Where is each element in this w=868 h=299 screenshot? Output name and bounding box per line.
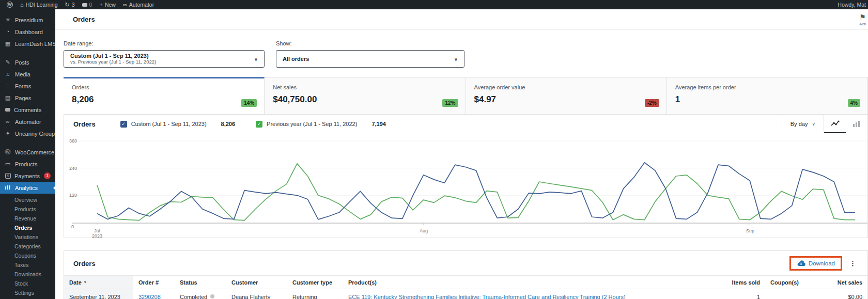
sidebar-item-uncanny-groups[interactable]: ✦ Uncanny Groups <box>0 128 55 139</box>
sidebar-sub-downloads[interactable]: Downloads <box>0 270 55 279</box>
column-products[interactable]: Product(s) <box>343 276 719 289</box>
pages-icon: ▤ <box>4 95 11 101</box>
column-status[interactable]: Status <box>175 276 226 289</box>
sidebar-item-automator[interactable]: ∞ Automator <box>0 116 55 128</box>
learndash-icon: ▦ <box>4 41 11 46</box>
sidebar-sub-stock[interactable]: Stock <box>0 279 55 288</box>
table-menu-kebab-icon[interactable]: ⋮ <box>849 260 856 267</box>
payments-icon: $ <box>5 173 11 179</box>
sidebar-item-dashboard[interactable]: ◔ Dashboard <box>0 26 55 38</box>
sidebar-item-pressidium[interactable]: ✳ Pressidium <box>0 14 55 26</box>
stat-value: $4.97 <box>474 95 658 105</box>
order-number-link[interactable]: 3290208 <box>138 294 161 299</box>
table-header-row: Date ▾ Order # Status <box>64 275 867 289</box>
sidebar-sub-taxes[interactable]: Taxes <box>0 260 55 270</box>
sidebar-sub-overview[interactable]: Overview <box>0 195 55 204</box>
show-select[interactable]: All orders ∨ <box>276 50 464 68</box>
column-coupons[interactable]: Coupon(s) <box>765 276 811 289</box>
sidebar-item-posts[interactable]: ✎ Posts <box>0 56 55 68</box>
main-content: ⚑ Acti Orders Date range: Custom (Jul 1 … <box>55 9 868 299</box>
sidebar-item-payments[interactable]: $ Payments 1 <box>0 170 55 182</box>
analytics-submenu: Overview Products Revenue Orders Variati… <box>0 194 55 299</box>
y-axis-tick-label: 0 <box>71 224 74 229</box>
orders-chart-svg <box>64 136 867 225</box>
chevron-down-icon: ∨ <box>449 56 458 62</box>
legend-item-custom[interactable]: ✓ Custom (Jul 1 - Sep 11, 2023) 8,206 <box>120 121 235 128</box>
column-customer-type[interactable]: Customer type <box>287 276 343 289</box>
wordpress-logo-icon: W <box>7 2 13 8</box>
forms-icon: ≡ <box>4 83 11 89</box>
analytics-icon: ıll <box>4 185 11 191</box>
column-date[interactable]: Date ▾ <box>64 276 133 289</box>
sidebar-sub-products[interactable]: Products <box>0 204 55 214</box>
sidebar-sub-categories[interactable]: Categories <box>0 242 55 251</box>
sidebar-sub-settings[interactable]: Settings <box>0 288 55 297</box>
date-range-select[interactable]: Custom (Jul 1 - Sep 11, 2023) vs. Previo… <box>64 50 265 68</box>
sidebar-item-comments[interactable]: Comments <box>0 104 55 116</box>
column-items-sold[interactable]: Items sold <box>719 276 765 289</box>
stat-card-average-items-per-order[interactable]: Average items per order 1 4% <box>667 77 868 115</box>
howdy-account-menu[interactable]: Howdy, Mat <box>838 2 868 8</box>
comments-icon <box>82 3 87 7</box>
status-info-dot <box>210 294 214 298</box>
date-range-label: Date range: <box>64 40 265 46</box>
legend-checkbox[interactable]: ✓ <box>256 121 262 128</box>
bar-chart-toggle[interactable] <box>846 115 867 133</box>
automator-icon: ∞ <box>123 2 127 8</box>
sidebar-item-forms[interactable]: ≡ Forms <box>0 80 55 92</box>
updates-menu[interactable]: ↻ 3 <box>61 0 79 9</box>
section-gap <box>55 238 868 250</box>
activity-panel-button[interactable]: ⚑ Acti <box>859 13 868 26</box>
stat-card-average-order-value[interactable]: Average order value $4.97 -2% <box>466 77 667 115</box>
page-header: Orders <box>55 9 868 29</box>
sidebar-item-woocommerce[interactable]: Ⓦ WooCommerce <box>0 146 55 158</box>
dashboard-icon: ◔ <box>4 29 11 35</box>
sidebar-item-media[interactable]: ♫ Media <box>0 68 55 80</box>
show-label: Show: <box>276 40 464 46</box>
cell-items-sold: 1 <box>719 289 765 299</box>
comments-menu[interactable]: 0 <box>79 0 96 9</box>
posts-icon: ✎ <box>4 59 11 65</box>
media-icon: ♫ <box>4 71 11 77</box>
download-highlight: Download <box>789 256 842 271</box>
new-content-menu[interactable]: + New <box>96 0 119 9</box>
column-net-sales[interactable]: Net sales <box>811 276 867 289</box>
sidebar-sub-revenue[interactable]: Revenue <box>0 214 55 223</box>
stat-label: Average items per order <box>675 84 859 90</box>
column-customer[interactable]: Customer <box>226 276 287 289</box>
automator-menu[interactable]: ∞ Automator <box>119 0 158 9</box>
stat-card-orders[interactable]: Orders 8,206 14% <box>64 77 265 115</box>
download-button[interactable]: Download <box>797 260 835 266</box>
admin-sidebar: ✳ Pressidium ◔ Dashboard ▦ LearnDash LMS <box>0 9 55 299</box>
wp-logo-menu[interactable]: W <box>3 0 17 9</box>
table-row: September 11, 2023 3290208 Completed Dea… <box>64 289 867 299</box>
site-name-menu[interactable]: ⌂ HDI Learning <box>17 0 61 9</box>
cell-coupons <box>765 289 811 299</box>
cell-status: Completed <box>175 289 226 299</box>
column-order-number[interactable]: Order # <box>133 276 175 289</box>
cell-customer-type: Returning <box>287 289 343 299</box>
cell-customer: Deana Flaherty <box>226 289 287 299</box>
pressidium-icon: ✳ <box>4 17 11 23</box>
orders-chart: 0120240360Jul2023AugSep <box>64 133 867 238</box>
automator-icon: ∞ <box>4 119 11 124</box>
cell-products: ECE 119: Kentucky Strengthening Families… <box>343 289 719 299</box>
report-filters: Date range: Custom (Jul 1 - Sep 11, 2023… <box>55 29 868 68</box>
sidebar-item-analytics[interactable]: ıll Analytics <box>0 182 55 194</box>
line-chart-toggle[interactable] <box>824 115 846 133</box>
legend-item-previous-year[interactable]: ✓ Previous year (Jul 1 - Sep 11, 2022) 7… <box>256 121 386 128</box>
sidebar-item-products[interactable]: ▭ Products <box>0 158 55 170</box>
sidebar-item-pages[interactable]: ▤ Pages <box>0 92 55 104</box>
sidebar-sub-coupons[interactable]: Coupons <box>0 251 55 260</box>
legend-checkbox[interactable]: ✓ <box>120 121 127 128</box>
stat-card-net-sales[interactable]: Net sales $40,750.00 12% <box>265 77 466 115</box>
products-icon: ▭ <box>4 161 11 167</box>
plus-icon: + <box>99 2 102 8</box>
sidebar-sub-variations[interactable]: Variations <box>0 232 55 242</box>
sidebar-item-learndash[interactable]: ▦ LearnDash LMS <box>0 38 55 50</box>
sidebar-sub-orders[interactable]: Orders <box>0 223 55 232</box>
chevron-down-icon: ∨ <box>249 56 258 62</box>
product-link[interactable]: ECE 119: Kentucky Strengthening Families… <box>348 294 626 299</box>
interval-select[interactable]: By day ∨ <box>782 115 824 133</box>
comments-count: 0 <box>89 2 92 8</box>
